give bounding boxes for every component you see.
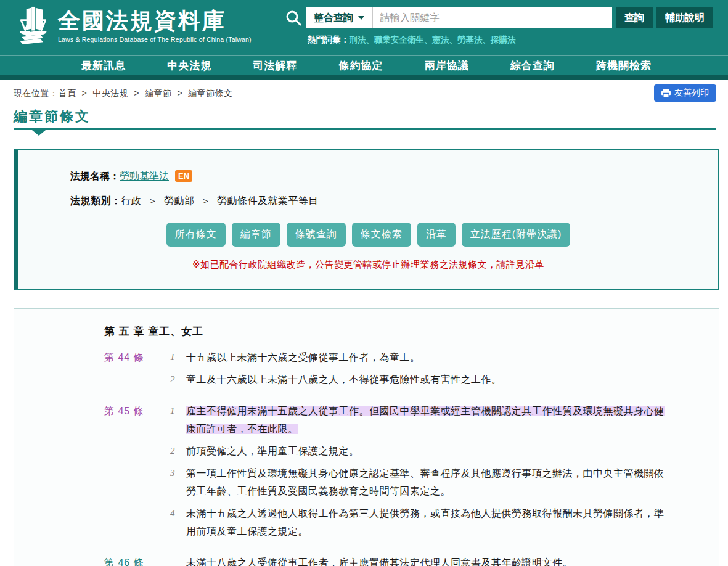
category-segment: 勞動條件及就業平等目 [217, 195, 319, 206]
search-icon [285, 10, 301, 26]
paragraph-number: 1 [170, 402, 186, 438]
nav-item[interactable]: 兩岸協議 [425, 56, 469, 75]
category-separator: ＞ [201, 195, 211, 206]
search-input[interactable] [373, 7, 612, 28]
breadcrumb: 現在位置：首頁>中央法規>編章節>編章節條文 [14, 88, 233, 99]
breadcrumb-row: 現在位置：首頁>中央法規>編章節>編章節條文 友善列印 [0, 80, 728, 106]
paragraph-text: 未滿十五歲之人透過他人取得工作為第三人提供勞務，或直接為他人提供勞務取得報酬未具… [186, 504, 666, 540]
english-version-badge[interactable]: EN [175, 170, 192, 182]
chapter-title: 第 五 章 童工、女工 [104, 324, 694, 338]
nav-item[interactable]: 最新訊息 [81, 56, 126, 75]
breadcrumb-separator: > [177, 88, 182, 98]
paragraph: 2童工及十六歲以上未滿十八歲之人，不得從事危險性或有害性之工作。 [170, 371, 694, 388]
search-bar: 整合查詢 查詢 輔助說明 [285, 7, 713, 28]
category-segment: 行政 [121, 195, 142, 206]
law-action-button[interactable]: 立法歷程(附帶決議) [462, 223, 571, 247]
hot-word-separator: 、 [483, 35, 491, 44]
articles-box: 第 五 章 童工、女工 第 44 條1十五歲以上未滿十六歲之受僱從事工作者，為童… [14, 308, 719, 566]
hot-word-link[interactable]: 憲法 [433, 35, 449, 44]
law-action-button[interactable]: 編章節 [232, 223, 280, 247]
law-action-button[interactable]: 所有條文 [166, 223, 226, 247]
paragraph-number: 4 [170, 504, 186, 540]
nav-item[interactable]: 條約協定 [338, 56, 383, 75]
nav-item[interactable]: 綜合查詢 [510, 56, 555, 75]
paragraph: 1十五歲以上未滿十六歲之受僱從事工作者，為童工。 [170, 348, 694, 366]
hot-word-link[interactable]: 職業安全衛生 [374, 35, 424, 44]
nav-menu: 最新訊息中央法規司法解釋條約協定兩岸協議綜合查詢跨機關檢索 [81, 56, 652, 75]
paragraph-number: 1 [170, 348, 186, 366]
search-category-dropdown[interactable]: 整合查詢 [306, 7, 373, 28]
search-help-button[interactable]: 輔助說明 [656, 7, 713, 28]
paragraph: 2前項受僱之人，準用童工保護之規定。 [170, 442, 694, 460]
breadcrumb-link[interactable]: 編章節條文 [188, 88, 233, 98]
paragraph-text: 雇主不得僱用未滿十五歲之人從事工作。但國民中學畢業或經主管機關認定其工作性質及環… [186, 402, 666, 438]
article-row: 第 45 條1雇主不得僱用未滿十五歲之人從事工作。但國民中學畢業或經主管機關認定… [104, 402, 694, 540]
law-name-label: 法規名稱： [70, 171, 120, 181]
site-subtitle: Laws & Regulations Database of The Repub… [58, 36, 252, 43]
search-submit-button[interactable]: 查詢 [616, 7, 653, 28]
paragraph-text: 十五歲以上未滿十六歲之受僱從事工作者，為童工。 [186, 348, 666, 366]
hot-word-separator: 、 [366, 35, 375, 44]
friendly-print-button[interactable]: 友善列印 [654, 84, 716, 102]
breadcrumb-separator: > [134, 88, 139, 98]
law-action-buttons: 所有條文編章節條號查詢條文檢索沿革立法歷程(附帶決議) [18, 223, 718, 247]
breadcrumb-link[interactable]: 中央法規 [92, 88, 128, 98]
paragraph: 1雇主不得僱用未滿十五歲之人從事工作。但國民中學畢業或經主管機關認定其工作性質及… [170, 402, 694, 438]
nav-item[interactable]: 跨機關檢索 [596, 56, 652, 75]
hot-word-separator: 、 [449, 35, 458, 44]
print-button-label: 友善列印 [674, 88, 709, 99]
law-category-path: 行政＞勞動部＞勞動條件及就業平等目 [121, 195, 319, 206]
hot-word-link[interactable]: 採購法 [491, 35, 516, 44]
law-category-label: 法規類別： [70, 195, 121, 206]
breadcrumb-separator: > [82, 88, 88, 98]
paragraph: 4未滿十五歲之人透過他人取得工作為第三人提供勞務，或直接為他人提供勞務取得報酬未… [170, 504, 694, 540]
main-nav: 最新訊息中央法規司法解釋條約協定兩岸協議綜合查詢跨機關檢索 [0, 55, 728, 80]
title-rule [14, 128, 716, 130]
paragraph-text: 未滿十八歲之人受僱從事工作者，雇主應置備其法定代理人同意書及其年齡證明文件。 [186, 554, 666, 566]
page-title: 編章節條文 [14, 107, 91, 126]
law-action-button[interactable]: 條文檢索 [352, 223, 411, 247]
hot-words-links: 刑法、職業安全衛生、憲法、勞基法、採購法 [350, 35, 516, 44]
breadcrumb-link[interactable]: 首頁 [59, 88, 76, 98]
site-header: 全國法規資料庫 Laws & Regulations Database of T… [0, 0, 728, 55]
article-number-link[interactable]: 第 44 條 [104, 348, 170, 388]
article-paragraphs: 1雇主不得僱用未滿十五歲之人從事工作。但國民中學畢業或經主管機關認定其工作性質及… [170, 402, 694, 540]
category-separator: ＞ [148, 195, 158, 206]
hot-word-link[interactable]: 勞基法 [457, 35, 483, 44]
article-number-link[interactable]: 第 45 條 [104, 402, 170, 540]
law-action-button[interactable]: 條號查詢 [287, 223, 346, 247]
article-row: 第 46 條未滿十八歲之人受僱從事工作者，雇主應置備其法定代理人同意書及其年齡證… [104, 554, 694, 566]
chevron-down-icon [358, 16, 364, 20]
scales-books-logo-icon [14, 5, 53, 47]
paragraph-text: 第一項工作性質及環境無礙其身心健康之認定基準、審查程序及其他應遵行事項之辦法，由… [186, 464, 666, 500]
paragraph: 3第一項工作性質及環境無礙其身心健康之認定基準、審查程序及其他應遵行事項之辦法，… [170, 464, 694, 500]
paragraph-number: 2 [170, 371, 186, 388]
article-paragraphs: 未滿十八歲之人受僱從事工作者，雇主應置備其法定代理人同意書及其年齡證明文件。 [170, 554, 694, 566]
search-category-label: 整合查詢 [314, 12, 353, 25]
title-pointer [32, 130, 46, 136]
article-row: 第 44 條1十五歲以上未滿十六歲之受僱從事工作者，為童工。2童工及十六歲以上未… [104, 348, 694, 388]
article-number-link[interactable]: 第 46 條 [104, 554, 170, 566]
site-title: 全國法規資料庫 [58, 7, 252, 35]
articles-list: 第 44 條1十五歲以上未滿十六歲之受僱從事工作者，為童工。2童工及十六歲以上未… [104, 348, 694, 566]
law-name-link[interactable]: 勞動基準法 [120, 171, 169, 181]
law-info-box: 法規名稱：勞動基準法EN 法規類別：行政＞勞動部＞勞動條件及就業平等目 所有條文… [14, 149, 719, 290]
printer-icon [661, 89, 671, 97]
nav-item[interactable]: 司法解釋 [253, 56, 297, 75]
hot-word-link[interactable]: 刑法 [350, 35, 366, 44]
highlighted-text: 雇主不得僱用未滿十五歲之人從事工作。但國民中學畢業或經主管機關認定其工作性質及環… [186, 406, 665, 434]
law-action-button[interactable]: 沿革 [417, 223, 456, 247]
paragraph-number: 2 [170, 442, 186, 460]
paragraph-number: 3 [170, 464, 186, 500]
paragraph: 未滿十八歲之人受僱從事工作者，雇主應置備其法定代理人同意書及其年齡證明文件。 [170, 554, 694, 566]
law-name-row: 法規名稱：勞動基準法EN [18, 170, 718, 183]
article-paragraphs: 1十五歲以上未滿十六歲之受僱從事工作者，為童工。2童工及十六歲以上未滿十八歲之人… [170, 348, 694, 388]
site-logo[interactable]: 全國法規資料庫 Laws & Regulations Database of T… [14, 5, 252, 47]
breadcrumb-link[interactable]: 編章節 [145, 88, 172, 98]
nav-item[interactable]: 中央法規 [167, 56, 211, 75]
hot-words-label: 熱門詞彙： [308, 35, 350, 44]
category-segment: 勞動部 [164, 195, 195, 206]
hot-word-separator: 、 [424, 35, 433, 44]
breadcrumb-label: 現在位置： [14, 88, 59, 98]
law-notice: ※如已配合行政院組織改造，公告變更管轄或停止辦理業務之法規條文，請詳見沿革 [18, 259, 718, 271]
